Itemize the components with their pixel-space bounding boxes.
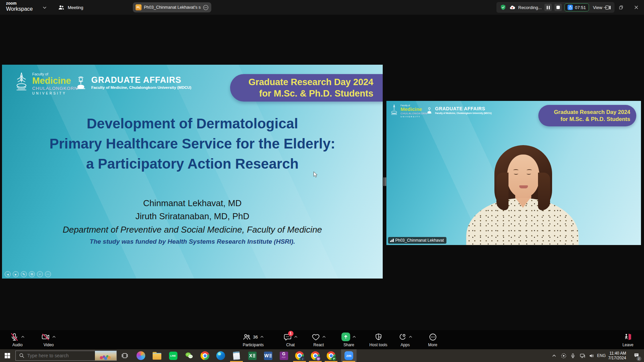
chrome-profile1-taskbar-icon[interactable]: ♪	[292, 349, 307, 362]
capture-icon	[561, 353, 567, 359]
tray-show-hidden-icons[interactable]	[550, 349, 558, 362]
chat-button[interactable]: 1 Chat	[275, 330, 306, 349]
chevron-down-icon[interactable]	[42, 5, 47, 10]
leave-button[interactable]: Leave	[612, 330, 643, 349]
meeting-tab-label: Meeting	[68, 5, 83, 10]
wechat-icon	[185, 351, 194, 360]
video-faculty-logo: Faculty of Medicine CHULALONGKORN UNIVER…	[400, 104, 427, 118]
slide-title-line2: Primary Healthcare Service for the Elder…	[2, 134, 383, 154]
zoom-meeting-window: zoom Workspace Meeting PL Ph03_Chinmanat…	[0, 0, 644, 362]
word-icon: W	[264, 352, 272, 360]
notepad-taskbar-icon[interactable]	[229, 349, 244, 362]
chrome-profile-p-taskbar-icon[interactable]: P	[323, 349, 339, 362]
video-banner-line1: Graduate Research Day 2024	[538, 109, 630, 116]
funding-line: The study was funded by Health Systems R…	[2, 236, 383, 247]
author-1: Chinmanat Lekhavat, MD	[2, 197, 383, 210]
video-button[interactable]: Video	[33, 330, 64, 349]
graduate-affairs-icon	[74, 75, 87, 93]
more-options-button[interactable]: ⋯	[45, 271, 51, 277]
host-tools-shield-icon	[374, 333, 383, 341]
tab-meeting[interactable]: Meeting	[54, 0, 87, 15]
zoom-magnifier-button[interactable]: ⌕	[37, 271, 43, 277]
faculty-of-medicine-logo: Faculty of Medicine CHULALONGKORN UNIVER…	[32, 72, 78, 96]
close-button[interactable]	[629, 0, 644, 15]
department-line: Department of Preventive and Social Medi…	[2, 223, 383, 236]
tray-network[interactable]	[578, 349, 587, 362]
panel-resize-handle[interactable]	[383, 176, 386, 187]
annotate-pen-button[interactable]: ✎	[21, 271, 27, 277]
search-highlight-image[interactable]	[95, 351, 116, 360]
edge-icon	[216, 351, 225, 360]
slide-annotation-toolbar: ◂ ▸ ✎ ⧉ ⌕ ⋯	[5, 271, 51, 277]
participant-name-tag: Ph03_Chinmanat Lekhavat	[388, 237, 446, 244]
recording-label: Recording...	[518, 5, 542, 10]
search-input[interactable]	[27, 353, 92, 358]
file-explorer-taskbar-icon[interactable]	[149, 349, 165, 362]
video-graduate-affairs-icon	[426, 106, 433, 116]
minimize-button[interactable]	[598, 0, 613, 15]
banner-line2: for M.Sc. & Ph.D. Students	[230, 88, 373, 99]
video-logo-university: UNIVERSITY	[400, 115, 427, 118]
chat-chevron-icon[interactable]	[294, 335, 298, 339]
copilot-taskbar-icon[interactable]	[133, 349, 149, 362]
start-button[interactable]	[0, 349, 15, 362]
chrome-profile-p-icon: P	[327, 351, 335, 360]
screen-tab-badge: PL	[136, 4, 142, 10]
share-button[interactable]: Share	[333, 330, 364, 349]
microphone-muted-icon	[10, 333, 19, 341]
audio-button[interactable]: Audio	[2, 330, 33, 349]
zoom-app-icon: zm	[344, 351, 353, 360]
maximize-button[interactable]	[613, 0, 629, 15]
pdf-app-icon: GPDF	[280, 352, 288, 360]
banner-line1: Graduate Research Day 2024	[230, 76, 373, 88]
meeting-timer: 07:51	[565, 3, 589, 11]
audio-options-chevron-icon[interactable]	[21, 335, 25, 339]
tray-notifications[interactable]: 2	[631, 349, 642, 362]
meeting-people-icon	[58, 4, 65, 11]
chrome-profile-m-taskbar-icon[interactable]: M	[308, 349, 323, 362]
video-graduate-affairs-logo: GRADUATE AFFAIRS Faculty of Medicine, Ch…	[426, 106, 492, 116]
tray-clock[interactable]: 11:40 AM 7/17/2024	[604, 349, 630, 362]
chrome-taskbar-icon[interactable]	[197, 349, 213, 362]
tray-microphone[interactable]	[569, 349, 577, 362]
previous-slide-button[interactable]: ◂	[5, 271, 11, 277]
presenter-vneck	[515, 198, 531, 208]
stop-recording-button[interactable]	[554, 4, 562, 11]
slide-authors: Chinmanat Lekhavat, MD Jiruth Sriratanab…	[2, 197, 383, 247]
audio-signal-icon	[390, 239, 394, 242]
security-shield-icon[interactable]	[500, 4, 506, 11]
share-chevron-icon[interactable]	[352, 335, 356, 339]
excel-taskbar-icon[interactable]: X	[245, 349, 260, 362]
apps-chevron-icon[interactable]	[409, 335, 413, 339]
participants-button[interactable]: 36 Participants	[235, 330, 272, 349]
participants-chevron-icon[interactable]	[260, 335, 264, 339]
more-label: More	[428, 343, 437, 347]
zoom-taskbar-icon[interactable]: zm	[341, 349, 357, 362]
screen-tab-options-icon[interactable]	[203, 5, 209, 10]
line-taskbar-icon[interactable]: LINE	[165, 349, 181, 362]
edge-taskbar-icon[interactable]	[213, 349, 228, 362]
tab-shared-screen[interactable]: PL Ph03_Chinmanat Lekhavat's scre	[133, 2, 211, 12]
react-button[interactable]: React	[303, 330, 334, 349]
window-controls	[598, 0, 644, 15]
pause-recording-button[interactable]	[544, 4, 552, 11]
pdf-app-taskbar-icon[interactable]: GPDF	[276, 349, 291, 362]
next-slide-button[interactable]: ▸	[13, 271, 19, 277]
notepad-icon	[233, 351, 240, 360]
apps-button[interactable]: Apps	[390, 330, 421, 349]
speaker-video-tile[interactable]: Faculty of Medicine CHULALONGKORN UNIVER…	[386, 101, 641, 245]
tray-capture-indicator[interactable]	[559, 349, 568, 362]
slides-copy-button[interactable]: ⧉	[29, 271, 35, 277]
recording-status-cluster: Recording... 07:51 View	[496, 2, 614, 13]
react-chevron-icon[interactable]	[322, 335, 326, 339]
tray-volume[interactable]	[587, 349, 596, 362]
task-view-button[interactable]	[117, 349, 132, 362]
windows-logo-icon	[4, 353, 10, 359]
video-options-chevron-icon[interactable]	[52, 335, 56, 339]
word-taskbar-icon[interactable]: W	[260, 349, 276, 362]
taskbar-search[interactable]	[15, 351, 117, 361]
tray-time: 11:40 AM	[608, 351, 626, 356]
wechat-taskbar-icon[interactable]	[181, 349, 197, 362]
heart-react-icon	[312, 333, 320, 341]
more-button[interactable]: More	[417, 330, 448, 349]
